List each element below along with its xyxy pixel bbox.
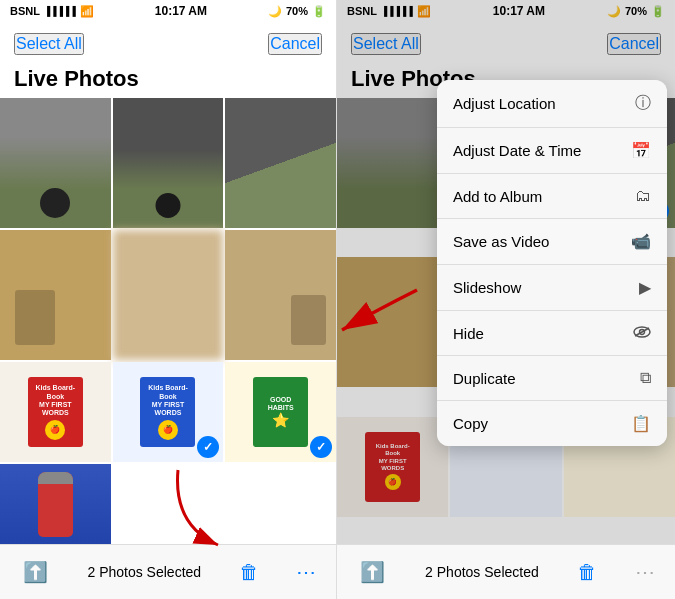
menu-label-save-video: Save as Video <box>453 233 549 250</box>
trash-icon-right[interactable]: 🗑 <box>577 561 597 584</box>
menu-item-adjust-date[interactable]: Adjust Date & Time 📅 <box>437 128 667 174</box>
menu-item-adjust-location[interactable]: Adjust Location ⓘ <box>437 80 667 128</box>
left-panel: BSNL ▐▐▐▐▐ 📶 10:17 AM 🌙 70% 🔋 Select All… <box>0 0 337 599</box>
signal-icon-left: ▐▐▐▐▐ <box>44 6 76 16</box>
info-icon: ⓘ <box>635 93 651 114</box>
more-icon-right[interactable]: ⋯ <box>635 560 655 584</box>
photos-selected-right: 2 Photos Selected <box>425 564 539 580</box>
photo-cell[interactable] <box>113 230 224 360</box>
share-icon-right[interactable]: ⬆️ <box>357 560 387 584</box>
eye-icon <box>633 324 651 342</box>
menu-item-duplicate[interactable]: Duplicate ⧉ <box>437 356 667 401</box>
carrier-left: BSNL <box>10 5 40 17</box>
play-icon: ▶ <box>639 278 651 297</box>
battery-left: 70% <box>286 5 308 17</box>
photo-cell[interactable]: Kids Board-BookMY FIRSTWORDS 🍎 ✓ <box>113 362 224 462</box>
photo-cell[interactable]: GOODHABITS ⭐ ✓ <box>225 362 336 462</box>
time-left: 10:17 AM <box>155 4 207 18</box>
battery-icon-left: 🔋 <box>312 5 326 18</box>
share-icon-left[interactable]: ⬆️ <box>20 560 50 584</box>
select-all-button-left[interactable]: Select All <box>14 33 84 55</box>
status-bar-left: BSNL ▐▐▐▐▐ 📶 10:17 AM 🌙 70% 🔋 <box>0 0 336 22</box>
check-badge-2: ✓ <box>310 436 332 458</box>
album-icon: 🗂 <box>635 187 651 205</box>
bottom-toolbar-right: ⬆️ 2 Photos Selected 🗑 ⋯ <box>337 544 675 599</box>
status-left: BSNL ▐▐▐▐▐ 📶 <box>10 5 94 18</box>
menu-label-add-album: Add to Album <box>453 188 542 205</box>
status-right-left: 🌙 70% 🔋 <box>268 5 326 18</box>
photo-cell[interactable]: Kids Board-BookMY FIRSTWORDS 🍎 <box>0 362 111 462</box>
menu-label-hide: Hide <box>453 325 484 342</box>
menu-label-slideshow: Slideshow <box>453 279 521 296</box>
copy-icon: 📋 <box>631 414 651 433</box>
photo-cell[interactable] <box>225 230 336 360</box>
menu-label-duplicate: Duplicate <box>453 370 516 387</box>
bottom-toolbar-left: ⬆️ 2 Photos Selected 🗑 ⋯ <box>0 544 336 599</box>
check-badge: ✓ <box>197 436 219 458</box>
menu-label-copy: Copy <box>453 415 488 432</box>
duplicate-icon: ⧉ <box>640 369 651 387</box>
red-arrow-left <box>168 465 248 555</box>
more-icon-left[interactable]: ⋯ <box>296 560 316 584</box>
photo-cell[interactable] <box>0 230 111 360</box>
section-title-left: Live Photos <box>0 66 336 98</box>
menu-label-adjust-location: Adjust Location <box>453 95 556 112</box>
photo-cell[interactable] <box>225 98 336 228</box>
nav-bar-left: Select All Cancel <box>0 22 336 66</box>
menu-item-save-video[interactable]: Save as Video 📹 <box>437 219 667 265</box>
calendar-icon: 📅 <box>631 141 651 160</box>
wifi-icon-left: 📶 <box>80 5 94 18</box>
cancel-button-left[interactable]: Cancel <box>268 33 322 55</box>
menu-item-copy[interactable]: Copy 📋 <box>437 401 667 446</box>
video-icon: 📹 <box>631 232 651 251</box>
trash-icon-left[interactable]: 🗑 <box>239 561 259 584</box>
moon-icon-left: 🌙 <box>268 5 282 18</box>
menu-item-add-album[interactable]: Add to Album 🗂 <box>437 174 667 219</box>
photos-selected-left: 2 Photos Selected <box>87 564 201 580</box>
menu-label-adjust-date: Adjust Date & Time <box>453 142 581 159</box>
photo-cell[interactable] <box>0 98 111 228</box>
right-panel: BSNL ▐▐▐▐▐ 📶 10:17 AM 🌙 70% 🔋 Select All… <box>337 0 675 599</box>
photo-cell[interactable] <box>113 98 224 228</box>
pringles-left <box>38 472 73 537</box>
context-menu: Adjust Location ⓘ Adjust Date & Time 📅 A… <box>437 80 667 446</box>
menu-item-slideshow[interactable]: Slideshow ▶ <box>437 265 667 311</box>
photo-cell[interactable] <box>0 464 111 544</box>
menu-item-hide[interactable]: Hide <box>437 311 667 356</box>
